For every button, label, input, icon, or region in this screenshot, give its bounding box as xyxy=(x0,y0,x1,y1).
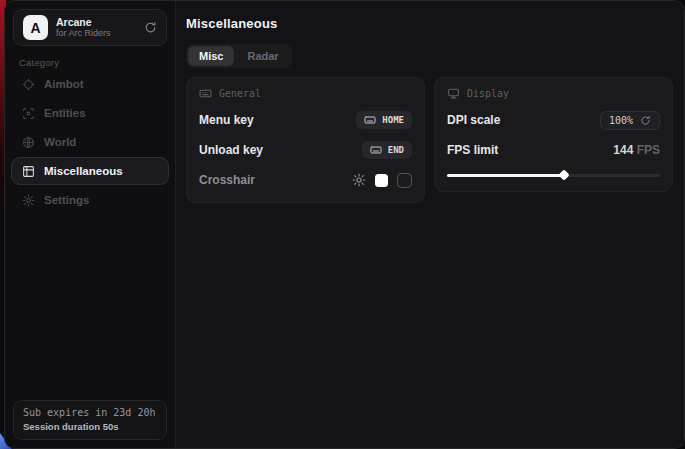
unload-key-button[interactable]: END xyxy=(362,141,412,159)
category-label: Category xyxy=(19,57,59,68)
sidebar-item-miscellaneous[interactable]: Miscellaneous xyxy=(11,157,169,185)
gear-icon xyxy=(22,194,35,207)
tab-radar[interactable]: Radar xyxy=(236,46,289,66)
fps-limit-label: FPS limit xyxy=(447,143,498,157)
menu-key-value: HOME xyxy=(382,115,404,125)
sidebar-item-settings[interactable]: Settings xyxy=(11,186,169,214)
general-card: General Menu key HOME Unload key xyxy=(186,77,425,203)
sidebar-nav: Aimbot Entities World xyxy=(11,70,169,214)
dpi-scale-label: DPI scale xyxy=(447,113,500,127)
sidebar-item-label: World xyxy=(44,136,76,148)
globe-icon xyxy=(22,136,35,149)
tab-misc[interactable]: Misc xyxy=(188,46,234,66)
sidebar-item-label: Miscellaneous xyxy=(44,165,123,177)
crosshair-settings-gear-icon[interactable] xyxy=(352,173,366,187)
fps-limit-row: FPS limit 144 FPS xyxy=(447,140,660,160)
crosshair-row: Crosshair xyxy=(199,170,412,190)
sidebar-item-world[interactable]: World xyxy=(11,128,169,156)
page-title: Miscellaneous xyxy=(186,16,277,31)
reset-icon[interactable] xyxy=(640,115,651,126)
general-card-title: General xyxy=(219,88,261,99)
display-card: Display DPI scale 100% FPS limit xyxy=(434,77,673,192)
crosshair-icon xyxy=(22,78,35,91)
dpi-scale-row: DPI scale 100% xyxy=(447,110,660,130)
unload-key-label: Unload key xyxy=(199,143,263,157)
crosshair-controls xyxy=(352,173,412,188)
monitor-icon xyxy=(447,87,460,100)
fps-unit: FPS xyxy=(633,143,660,157)
dpi-scale-value: 100% xyxy=(609,115,633,126)
key-icon xyxy=(364,114,376,126)
subscription-card: Sub expires in 23d 20h Session duration … xyxy=(13,400,167,440)
cards-row: General Menu key HOME Unload key xyxy=(186,77,674,203)
fps-slider-fill xyxy=(447,174,564,177)
key-icon xyxy=(370,144,382,156)
crosshair-label: Crosshair xyxy=(199,173,255,187)
scan-icon xyxy=(22,107,35,120)
menu-key-label: Menu key xyxy=(199,113,254,127)
menu-key-button[interactable]: HOME xyxy=(356,111,412,129)
session-duration-text: Session duration 50s xyxy=(23,421,157,432)
fps-limit-value: 144 FPS xyxy=(613,143,660,157)
keyboard-icon xyxy=(199,87,212,100)
sub-expiry-text: Sub expires in 23d 20h xyxy=(23,407,157,418)
fps-slider[interactable] xyxy=(447,171,660,179)
app-title: Arcane xyxy=(56,16,136,28)
crosshair-color-swatch[interactable] xyxy=(375,174,388,187)
profile-card[interactable]: A Arcane for Arc Riders xyxy=(13,9,167,46)
display-card-header: Display xyxy=(447,87,660,100)
sidebar-item-label: Settings xyxy=(44,194,89,206)
general-card-header: General xyxy=(199,87,412,100)
app-window: A Arcane for Arc Riders Category Aimbot xyxy=(4,0,685,449)
crosshair-checkbox[interactable] xyxy=(397,173,412,188)
sync-icon[interactable] xyxy=(144,21,157,34)
main-content: Miscellaneous Misc Radar General Menu ke… xyxy=(176,1,684,448)
app-subtitle: for Arc Riders xyxy=(56,28,136,38)
sidebar-item-label: Aimbot xyxy=(44,78,84,90)
dpi-scale-control[interactable]: 100% xyxy=(600,111,660,130)
sidebar: A Arcane for Arc Riders Category Aimbot xyxy=(5,1,176,448)
tab-group: Misc Radar xyxy=(186,44,292,68)
profile-text: Arcane for Arc Riders xyxy=(56,16,136,38)
menu-key-row: Menu key HOME xyxy=(199,110,412,130)
sidebar-item-entities[interactable]: Entities xyxy=(11,99,169,127)
unload-key-row: Unload key END xyxy=(199,140,412,160)
grid-icon xyxy=(22,165,35,178)
display-card-title: Display xyxy=(467,88,509,99)
sidebar-item-aimbot[interactable]: Aimbot xyxy=(11,70,169,98)
app-logo: A xyxy=(23,15,48,40)
sidebar-item-label: Entities xyxy=(44,107,86,119)
fps-slider-thumb[interactable] xyxy=(558,169,569,180)
unload-key-value: END xyxy=(388,145,404,155)
